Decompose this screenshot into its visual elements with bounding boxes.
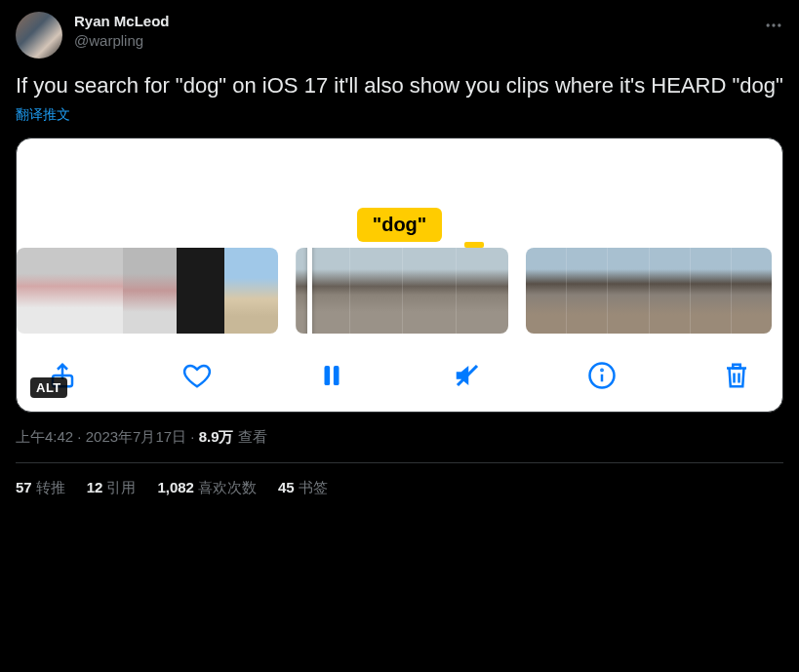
clip-frame <box>296 248 349 334</box>
mute-button[interactable] <box>453 361 482 390</box>
svg-point-2 <box>778 23 780 26</box>
clip-frame <box>456 248 509 334</box>
tweet-header: Ryan McLeod @warpling <box>16 12 783 59</box>
clip-group[interactable] <box>296 248 508 334</box>
clip-frame <box>70 248 124 334</box>
clip-frame <box>566 248 607 334</box>
match-marker <box>464 242 484 248</box>
likes-stat[interactable]: 1,082喜欢次数 <box>157 479 257 497</box>
media-toolbar <box>17 341 782 412</box>
like-button[interactable] <box>182 361 212 390</box>
clip-frame <box>526 248 566 334</box>
views-count: 8.9万 <box>199 428 234 445</box>
svg-rect-5 <box>334 366 340 385</box>
user-info[interactable]: Ryan McLeod @warpling <box>74 12 170 50</box>
views-label: 查看 <box>238 428 267 445</box>
tweet-text: If you search for "dog" on iOS 17 it'll … <box>16 72 783 100</box>
svg-point-1 <box>772 23 775 26</box>
clip-frame <box>649 248 690 334</box>
video-timeline[interactable] <box>17 248 782 341</box>
pause-button[interactable] <box>317 361 346 390</box>
clip-frame <box>177 248 224 334</box>
svg-point-9 <box>601 369 602 370</box>
tweet-date[interactable]: 2023年7月17日 <box>86 428 186 445</box>
info-button[interactable] <box>587 361 617 390</box>
search-term-badge: "dog" <box>357 208 443 242</box>
tweet-meta: 上午4:42 · 2023年7月17日 · 8.9万 查看 <box>16 428 783 447</box>
trash-button[interactable] <box>722 361 751 390</box>
clip-frame <box>731 248 772 334</box>
clip-frame <box>349 248 403 334</box>
translate-link[interactable]: 翻译推文 <box>16 106 783 124</box>
clip-frame <box>17 248 70 334</box>
tweet: Ryan McLeod @warpling If you search for … <box>0 0 799 509</box>
avatar[interactable] <box>16 12 62 59</box>
media-top: "dog" <box>17 138 782 248</box>
clip-frame <box>123 248 177 334</box>
svg-rect-4 <box>325 366 331 385</box>
retweets-stat[interactable]: 57转推 <box>16 479 65 497</box>
tweet-stats: 57转推 12引用 1,082喜欢次数 45书签 <box>16 479 783 497</box>
svg-point-0 <box>767 23 770 26</box>
clip-frame <box>402 248 456 334</box>
bookmarks-stat[interactable]: 45书签 <box>278 479 328 497</box>
more-icon[interactable] <box>764 16 783 39</box>
tweet-time[interactable]: 上午4:42 <box>16 428 73 445</box>
display-name: Ryan McLeod <box>74 12 170 31</box>
clip-frame <box>690 248 731 334</box>
alt-badge[interactable]: ALT <box>30 377 67 398</box>
clip-frame <box>224 248 278 334</box>
clip-frame <box>607 248 648 334</box>
clip-group[interactable] <box>17 248 278 334</box>
media-card: "dog" <box>16 138 783 413</box>
clip-group[interactable] <box>526 248 772 334</box>
user-handle: @warpling <box>74 31 170 51</box>
playhead[interactable] <box>307 248 312 334</box>
divider <box>16 462 783 463</box>
quotes-stat[interactable]: 12引用 <box>87 479 137 497</box>
